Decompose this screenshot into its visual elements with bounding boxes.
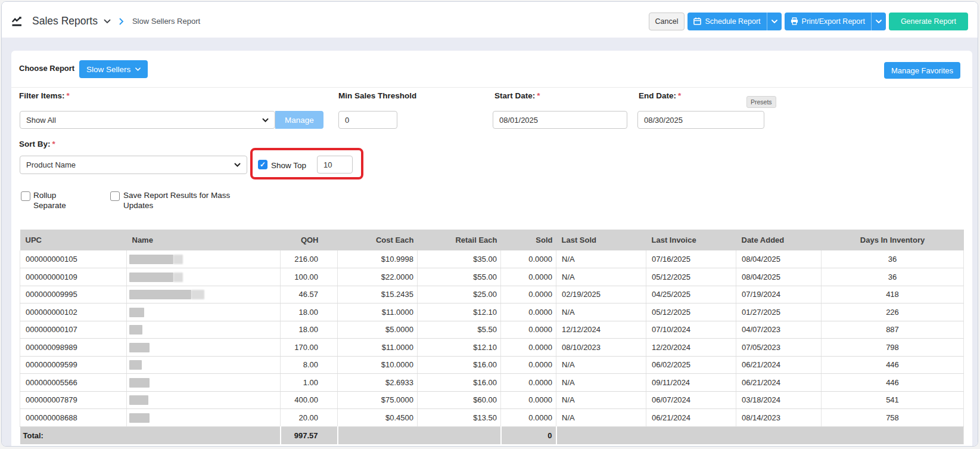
print-export-caret[interactable]	[871, 13, 886, 30]
show-top-checkbox[interactable]: ✓	[258, 160, 267, 169]
report-panel: Choose Report Slow Sellers Manage Favori…	[11, 51, 972, 447]
report-select-button[interactable]: Slow Sellers	[79, 60, 148, 78]
column-header-cost: Cost Each	[338, 230, 418, 250]
cell-name	[127, 321, 281, 339]
save-results-label: Save Report Results for Mass Updates	[123, 190, 232, 210]
column-header-last_sold: Last Sold	[556, 230, 646, 250]
min-sales-threshold-label: Min Sales Threshold	[338, 91, 416, 100]
cell-cost: $5.0000	[338, 321, 418, 339]
cell-cost: $75.0000	[338, 391, 418, 409]
cell-retail: $16.00	[418, 356, 501, 374]
generate-report-button[interactable]: Generate Report	[889, 13, 968, 30]
chevron-down-icon	[234, 163, 241, 167]
cell-last_sold: N/A	[556, 250, 646, 268]
cell-upc: 000000000109	[20, 268, 127, 286]
chevron-down-icon[interactable]	[104, 19, 111, 24]
cell-last_invoice: 12/20/2024	[646, 339, 736, 357]
cell-last_invoice: 09/11/2024	[646, 374, 736, 392]
cell-sold: 0.0000	[501, 409, 556, 427]
cell-days: 446	[822, 374, 964, 392]
cell-last_sold: N/A	[556, 356, 646, 374]
table-row: 000000000105216.00$10.9998$35.000.0000N/…	[20, 250, 964, 268]
start-date-input[interactable]: 08/01/2025	[493, 111, 627, 129]
column-header-last_invoice: Last Invoice	[646, 230, 736, 250]
cell-sold: 0.0000	[501, 339, 556, 357]
sort-by-label: Sort By:*	[19, 140, 55, 148]
cell-date_added: 07/05/2023	[736, 339, 822, 357]
sort-by-value: Product Name	[26, 160, 76, 169]
cell-retail: $16.00	[418, 374, 501, 392]
cell-name	[127, 339, 281, 357]
schedule-report-button[interactable]: Schedule Report	[687, 13, 781, 30]
column-header-qoh: QOH	[281, 230, 338, 250]
cell-last_sold: N/A	[556, 391, 646, 409]
cell-date_added: 03/18/2024	[736, 391, 822, 409]
rollup-separate-checkbox[interactable]	[21, 191, 30, 201]
filter-items-select[interactable]: Show All	[20, 111, 275, 129]
required-marker: *	[67, 91, 70, 100]
cancel-button[interactable]: Cancel	[649, 13, 685, 30]
redacted-name-tail	[191, 290, 204, 299]
end-date-label: End Date:*	[639, 91, 681, 100]
cell-last_invoice: 06/21/2024	[646, 409, 736, 427]
cell-cost: $2.6933	[338, 374, 418, 392]
manage-filter-button[interactable]: Manage	[275, 111, 323, 129]
total-spacer	[556, 426, 964, 444]
cell-name	[127, 409, 281, 427]
cell-last_invoice: 06/07/2024	[646, 391, 736, 409]
header-actions: Cancel Schedule Report Print/Export Repo…	[649, 13, 968, 30]
report-select-label: Slow Sellers	[86, 65, 130, 74]
redacted-name	[129, 343, 150, 352]
manage-favorites-button[interactable]: Manage Favorites	[884, 62, 960, 79]
cell-qoh: 18.00	[281, 321, 338, 339]
cell-cost: $10.9998	[338, 250, 418, 268]
show-top-input[interactable]: 10	[317, 156, 353, 174]
cell-last_invoice: 07/16/2025	[646, 250, 736, 268]
cell-sold: 0.0000	[501, 374, 556, 392]
print-export-button[interactable]: Print/Export Report	[785, 13, 886, 30]
cell-retail: $12.10	[418, 339, 501, 357]
sort-by-select[interactable]: Product Name	[20, 156, 247, 174]
redacted-name	[129, 308, 144, 317]
cell-qoh: 400.00	[281, 391, 338, 409]
cell-cost: $0.4500	[338, 409, 418, 427]
cell-days: 418	[822, 286, 964, 304]
cell-last_sold: 12/12/2024	[556, 321, 646, 339]
total-label: Total:	[20, 426, 281, 444]
breadcrumb-separator-icon	[119, 18, 124, 25]
redacted-name	[129, 413, 150, 423]
table-row: 000000007879400.00$75.0000$60.000.0000N/…	[20, 391, 964, 409]
cell-last_invoice: 04/25/2025	[646, 286, 736, 304]
cell-qoh: 20.00	[281, 409, 338, 427]
breadcrumb-section[interactable]: Sales Reports	[32, 15, 98, 27]
cell-sold: 0.0000	[501, 304, 556, 321]
cell-name	[127, 286, 281, 304]
cell-retail: $35.00	[418, 250, 501, 268]
table-total-row: Total:997.570	[20, 426, 964, 444]
cell-qoh: 46.57	[281, 286, 338, 304]
schedule-report-caret[interactable]	[767, 13, 782, 30]
chevron-down-icon	[135, 67, 141, 71]
redacted-name	[129, 273, 173, 282]
cell-name	[127, 268, 281, 286]
min-sales-threshold-input[interactable]: 0	[338, 111, 397, 129]
redacted-name	[129, 378, 150, 388]
table-row: 0000000095998.00$10.0000$16.000.0000N/A0…	[20, 356, 964, 374]
cell-retail: $60.00	[418, 391, 501, 409]
cell-date_added: 06/21/2024	[736, 356, 822, 374]
cell-date_added: 01/27/2025	[736, 304, 822, 321]
cell-upc: 000000007879	[20, 391, 127, 409]
required-marker: *	[52, 140, 55, 148]
cell-name	[127, 391, 281, 409]
save-results-checkbox[interactable]	[110, 191, 120, 201]
presets-button[interactable]: Presets	[746, 96, 776, 108]
redacted-name	[129, 395, 148, 405]
table-row: 000000000109100.00$22.0000$55.000.0000N/…	[20, 268, 964, 286]
report-table: UPCNameQOHCost EachRetail EachSoldLast S…	[20, 230, 964, 444]
end-date-input[interactable]: 08/30/2025	[637, 111, 764, 129]
table-row: 000000098989170.00$11.0000$12.100.000008…	[20, 339, 964, 357]
cell-sold: 0.0000	[501, 356, 556, 374]
cell-retail: $12.10	[418, 304, 501, 321]
redacted-name-tail	[173, 255, 183, 264]
cell-last_sold: N/A	[556, 304, 646, 321]
